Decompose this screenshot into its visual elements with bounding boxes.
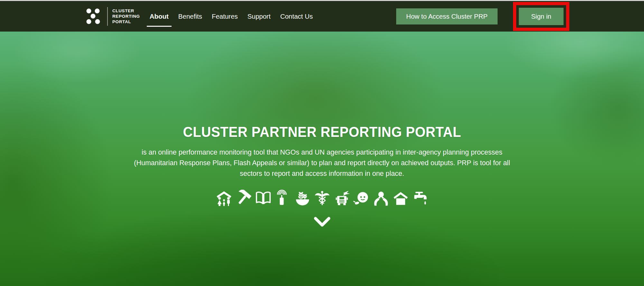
brand-text: CLUSTER REPORTING PORTAL	[112, 8, 140, 24]
education-icon	[255, 190, 272, 206]
chevron-down-icon[interactable]	[313, 216, 331, 227]
nav-link-features[interactable]: Features	[212, 11, 238, 22]
nav-link-about[interactable]: About	[150, 11, 169, 22]
telecommunications-icon	[275, 190, 291, 206]
nav-link-contact-us[interactable]: Contact Us	[280, 11, 313, 22]
cluster-dots-logo-icon	[85, 7, 103, 25]
how-to-access-button[interactable]: How to Access Cluster PRP	[396, 8, 498, 24]
food-security-icon	[294, 190, 311, 206]
nav-link-support[interactable]: Support	[247, 11, 271, 22]
health-icon	[314, 190, 331, 206]
brand-logo[interactable]: CLUSTER REPORTING PORTAL	[85, 7, 140, 26]
nutrition-icon	[353, 190, 370, 206]
hero-title: CLUSTER PARTNER REPORTING PORTAL	[183, 124, 461, 140]
logistics-icon	[333, 190, 350, 206]
navbar: CLUSTER REPORTING PORTAL AboutBenefitsFe…	[0, 1, 644, 32]
nav-link-benefits[interactable]: Benefits	[178, 11, 202, 22]
shelter-icon	[392, 190, 409, 206]
early-recovery-icon	[235, 190, 252, 206]
hero-section: CLUSTER PARTNER REPORTING PORTAL is an o…	[0, 32, 644, 286]
wash-icon	[412, 190, 429, 206]
brand-line-1: CLUSTER	[112, 8, 140, 14]
brand-line-2: REPORTING	[112, 14, 140, 19]
annotation-highlight-box: Sign in	[513, 2, 569, 31]
brand-line-3: PORTAL	[112, 19, 140, 24]
protection-icon	[373, 190, 389, 206]
brand-divider	[107, 7, 108, 26]
page: CLUSTER REPORTING PORTAL AboutBenefitsFe…	[0, 0, 644, 286]
camp-coordination-icon	[216, 190, 232, 206]
signin-button[interactable]: Sign in	[519, 8, 564, 25]
nav-links: AboutBenefitsFeaturesSupportContact Us	[150, 11, 313, 22]
hero-description: is an online performance monitoring tool…	[131, 147, 513, 179]
cluster-icons-row	[216, 190, 429, 206]
